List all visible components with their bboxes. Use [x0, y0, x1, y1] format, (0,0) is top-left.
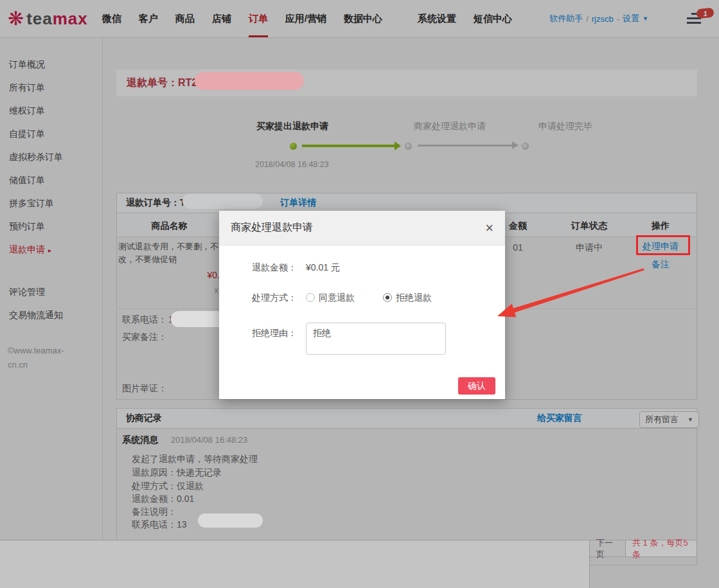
- process-refund-modal: 商家处理退款申请 × 退款金额： ¥0.01 元 处理方式： 同意退款 拒绝退款…: [219, 211, 505, 399]
- redaction-blur-refund-no: [195, 72, 304, 90]
- reject-reason-label: 拒绝理由：: [229, 328, 297, 339]
- modal-title: 商家处理退款申请: [231, 221, 313, 235]
- page: ❋ teamax 微信 客户 商品 店铺 订单 应用/营销 数据中心 系统设置 …: [0, 0, 719, 588]
- process-method-row: 处理方式： 同意退款 拒绝退款: [229, 292, 432, 304]
- reject-reason-textarea[interactable]: 拒绝: [306, 323, 446, 355]
- radio-agree-refund[interactable]: [306, 293, 315, 302]
- redaction-blur-order-no: [182, 193, 263, 209]
- redaction-blur-phone-2: [198, 513, 263, 528]
- reject-reason-row: 拒绝理由： 拒绝: [229, 323, 446, 355]
- radio-agree-label[interactable]: 同意退款: [319, 292, 355, 304]
- refund-amount-value: ¥0.01 元: [306, 262, 340, 274]
- radio-reject-refund[interactable]: [383, 293, 392, 302]
- annotation-arrow: [488, 260, 653, 321]
- annotation-highlight-box: [636, 235, 690, 255]
- process-method-label: 处理方式：: [229, 292, 297, 304]
- refund-amount-label: 退款金额：: [229, 262, 297, 274]
- modal-header: 商家处理退款申请 ×: [219, 211, 505, 245]
- refund-amount-row: 退款金额： ¥0.01 元: [229, 262, 340, 274]
- close-icon[interactable]: ×: [485, 221, 493, 235]
- confirm-button[interactable]: 确认: [458, 377, 495, 395]
- radio-reject-label[interactable]: 拒绝退款: [396, 292, 432, 304]
